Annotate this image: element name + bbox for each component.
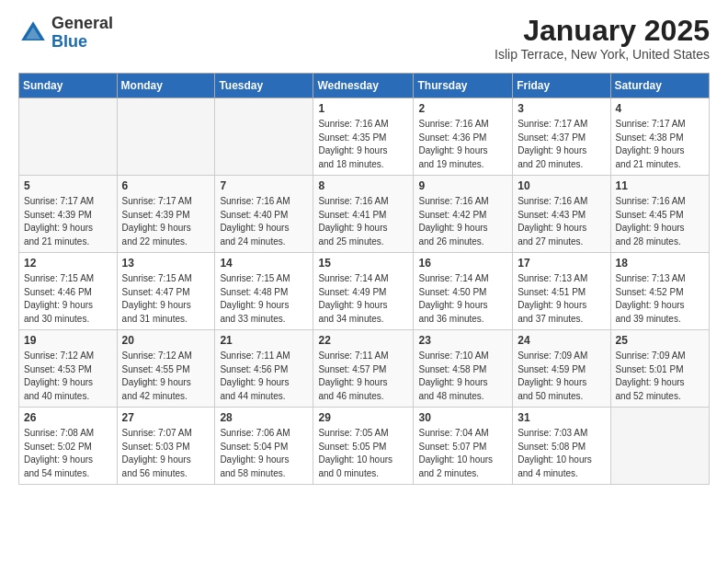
col-header-friday: Friday: [513, 74, 610, 98]
day-info: Sunrise: 7:05 AMSunset: 5:05 PMDaylight:…: [318, 427, 408, 480]
day-number: 2: [418, 102, 507, 115]
day-number: 20: [122, 334, 210, 347]
day-cell: 1Sunrise: 7:16 AMSunset: 4:35 PMDaylight…: [313, 98, 414, 176]
day-info: Sunrise: 7:16 AMSunset: 4:40 PMDaylight:…: [220, 195, 308, 248]
day-cell: 31Sunrise: 7:03 AMSunset: 5:08 PMDayligh…: [513, 408, 610, 485]
day-info: Sunrise: 7:11 AMSunset: 4:57 PMDaylight:…: [318, 350, 408, 403]
day-cell: 17Sunrise: 7:13 AMSunset: 4:51 PMDayligh…: [513, 253, 610, 330]
day-cell: 14Sunrise: 7:15 AMSunset: 4:48 PMDayligh…: [215, 253, 313, 330]
day-cell: 8Sunrise: 7:16 AMSunset: 4:41 PMDaylight…: [313, 176, 414, 253]
col-header-thursday: Thursday: [414, 74, 513, 98]
day-number: 13: [122, 257, 210, 270]
day-number: 24: [518, 334, 605, 347]
col-header-sunday: Sunday: [19, 74, 118, 98]
day-number: 14: [220, 257, 308, 270]
day-cell: 3Sunrise: 7:17 AMSunset: 4:37 PMDaylight…: [513, 98, 610, 176]
month-title: January 2025: [495, 15, 710, 47]
day-number: 21: [220, 334, 308, 347]
day-info: Sunrise: 7:13 AMSunset: 4:51 PMDaylight:…: [518, 272, 605, 326]
day-info: Sunrise: 7:03 AMSunset: 5:08 PMDaylight:…: [518, 427, 605, 480]
header-right: January 2025 Islip Terrace, New York, Un…: [495, 15, 710, 62]
day-cell: 2Sunrise: 7:16 AMSunset: 4:36 PMDaylight…: [414, 98, 513, 176]
day-cell: 7Sunrise: 7:16 AMSunset: 4:40 PMDaylight…: [215, 176, 313, 253]
logo: General Blue: [18, 15, 113, 52]
day-info: Sunrise: 7:09 AMSunset: 5:01 PMDaylight:…: [616, 350, 704, 403]
day-number: 5: [24, 179, 112, 192]
day-number: 8: [318, 179, 408, 192]
day-cell: 6Sunrise: 7:17 AMSunset: 4:39 PMDaylight…: [117, 176, 215, 253]
day-info: Sunrise: 7:04 AMSunset: 5:07 PMDaylight:…: [418, 427, 507, 480]
day-number: 31: [518, 411, 605, 424]
day-info: Sunrise: 7:07 AMSunset: 5:03 PMDaylight:…: [122, 427, 210, 480]
day-info: Sunrise: 7:16 AMSunset: 4:35 PMDaylight:…: [318, 118, 408, 171]
day-cell: 12Sunrise: 7:15 AMSunset: 4:46 PMDayligh…: [19, 253, 118, 330]
day-number: 25: [616, 334, 704, 347]
header: General Blue January 2025 Islip Terrace,…: [18, 15, 710, 62]
day-number: 10: [518, 179, 605, 192]
day-info: Sunrise: 7:14 AMSunset: 4:49 PMDaylight:…: [318, 272, 408, 326]
col-header-saturday: Saturday: [610, 74, 709, 98]
day-info: Sunrise: 7:12 AMSunset: 4:55 PMDaylight:…: [122, 350, 210, 403]
day-number: 3: [518, 102, 605, 115]
day-info: Sunrise: 7:10 AMSunset: 4:58 PMDaylight:…: [418, 350, 507, 403]
calendar-table: SundayMondayTuesdayWednesdayThursdayFrid…: [18, 73, 710, 485]
day-number: 27: [122, 411, 210, 424]
day-number: 28: [220, 411, 308, 424]
day-info: Sunrise: 7:14 AMSunset: 4:50 PMDaylight:…: [418, 272, 507, 326]
day-info: Sunrise: 7:12 AMSunset: 4:53 PMDaylight:…: [24, 350, 112, 403]
col-header-wednesday: Wednesday: [313, 74, 414, 98]
logo-icon: [18, 18, 48, 48]
logo-text: General Blue: [51, 15, 113, 52]
day-cell: 16Sunrise: 7:14 AMSunset: 4:50 PMDayligh…: [414, 253, 513, 330]
day-cell: [19, 98, 118, 176]
day-cell: 26Sunrise: 7:08 AMSunset: 5:02 PMDayligh…: [19, 408, 118, 485]
header-row: SundayMondayTuesdayWednesdayThursdayFrid…: [19, 74, 710, 98]
day-cell: [610, 408, 709, 485]
day-number: 17: [518, 257, 605, 270]
day-number: 30: [418, 411, 507, 424]
col-header-monday: Monday: [117, 74, 215, 98]
day-cell: 10Sunrise: 7:16 AMSunset: 4:43 PMDayligh…: [513, 176, 610, 253]
day-info: Sunrise: 7:13 AMSunset: 4:52 PMDaylight:…: [616, 272, 704, 326]
day-number: 23: [418, 334, 507, 347]
day-number: 4: [616, 102, 704, 115]
day-cell: [117, 98, 215, 176]
day-info: Sunrise: 7:17 AMSunset: 4:38 PMDaylight:…: [616, 118, 704, 171]
day-cell: 19Sunrise: 7:12 AMSunset: 4:53 PMDayligh…: [19, 330, 118, 408]
day-info: Sunrise: 7:09 AMSunset: 4:59 PMDaylight:…: [518, 350, 605, 403]
day-info: Sunrise: 7:08 AMSunset: 5:02 PMDaylight:…: [24, 427, 112, 480]
day-number: 19: [24, 334, 112, 347]
day-cell: 13Sunrise: 7:15 AMSunset: 4:47 PMDayligh…: [117, 253, 215, 330]
day-number: 18: [616, 257, 704, 270]
day-cell: 25Sunrise: 7:09 AMSunset: 5:01 PMDayligh…: [610, 330, 709, 408]
day-cell: 30Sunrise: 7:04 AMSunset: 5:07 PMDayligh…: [414, 408, 513, 485]
day-number: 9: [418, 179, 507, 192]
week-row-3: 12Sunrise: 7:15 AMSunset: 4:46 PMDayligh…: [19, 253, 710, 330]
day-cell: 29Sunrise: 7:05 AMSunset: 5:05 PMDayligh…: [313, 408, 414, 485]
day-cell: 4Sunrise: 7:17 AMSunset: 4:38 PMDaylight…: [610, 98, 709, 176]
week-row-5: 26Sunrise: 7:08 AMSunset: 5:02 PMDayligh…: [19, 408, 710, 485]
day-cell: 20Sunrise: 7:12 AMSunset: 4:55 PMDayligh…: [117, 330, 215, 408]
day-info: Sunrise: 7:17 AMSunset: 4:37 PMDaylight:…: [518, 118, 605, 171]
location: Islip Terrace, New York, United States: [495, 47, 710, 62]
day-info: Sunrise: 7:15 AMSunset: 4:48 PMDaylight:…: [220, 272, 308, 326]
day-cell: 5Sunrise: 7:17 AMSunset: 4:39 PMDaylight…: [19, 176, 118, 253]
day-number: 26: [24, 411, 112, 424]
day-cell: 23Sunrise: 7:10 AMSunset: 4:58 PMDayligh…: [414, 330, 513, 408]
week-row-2: 5Sunrise: 7:17 AMSunset: 4:39 PMDaylight…: [19, 176, 710, 253]
day-cell: 21Sunrise: 7:11 AMSunset: 4:56 PMDayligh…: [215, 330, 313, 408]
day-info: Sunrise: 7:06 AMSunset: 5:04 PMDaylight:…: [220, 427, 308, 480]
day-number: 22: [318, 334, 408, 347]
day-cell: [215, 98, 313, 176]
day-number: 6: [122, 179, 210, 192]
day-info: Sunrise: 7:16 AMSunset: 4:41 PMDaylight:…: [318, 195, 408, 248]
day-cell: 28Sunrise: 7:06 AMSunset: 5:04 PMDayligh…: [215, 408, 313, 485]
day-cell: 15Sunrise: 7:14 AMSunset: 4:49 PMDayligh…: [313, 253, 414, 330]
col-header-tuesday: Tuesday: [215, 74, 313, 98]
day-cell: 24Sunrise: 7:09 AMSunset: 4:59 PMDayligh…: [513, 330, 610, 408]
day-cell: 18Sunrise: 7:13 AMSunset: 4:52 PMDayligh…: [610, 253, 709, 330]
day-info: Sunrise: 7:16 AMSunset: 4:45 PMDaylight:…: [616, 195, 704, 248]
day-cell: 27Sunrise: 7:07 AMSunset: 5:03 PMDayligh…: [117, 408, 215, 485]
week-row-4: 19Sunrise: 7:12 AMSunset: 4:53 PMDayligh…: [19, 330, 710, 408]
day-info: Sunrise: 7:11 AMSunset: 4:56 PMDaylight:…: [220, 350, 308, 403]
